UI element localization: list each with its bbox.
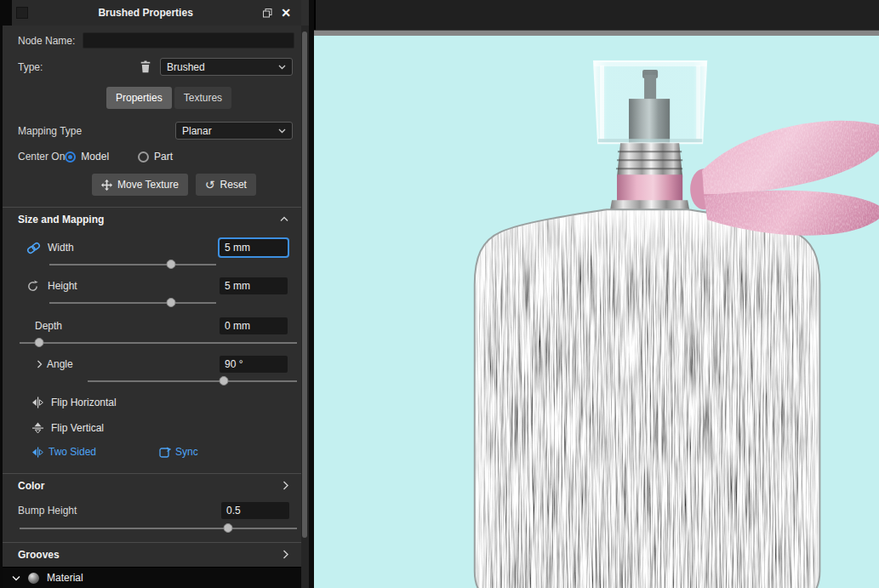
pink-neck-band: [617, 174, 682, 201]
type-row: Type: Brushed: [3, 58, 301, 76]
node-name-label: Node Name:: [18, 35, 75, 47]
bump-height-slider-handle[interactable]: [223, 523, 232, 533]
color-title: Color: [18, 480, 283, 492]
rotate-sync-icon[interactable]: [26, 280, 43, 293]
viewport-header-strip: [314, 30, 879, 36]
sync-label: Sync: [175, 446, 198, 458]
mapping-type-value: Planar: [182, 125, 212, 137]
width-slider-handle[interactable]: [167, 260, 176, 269]
reset-icon: ↺: [205, 179, 215, 191]
node-name-row: Node Name:: [3, 32, 301, 49]
close-icon[interactable]: ✕: [281, 7, 291, 19]
height-slider[interactable]: [49, 296, 216, 309]
center-on-label: Center On: [18, 151, 65, 163]
glass-cap: [594, 61, 706, 143]
viewport-canvas[interactable]: [314, 36, 879, 588]
panel-titlebar[interactable]: Brushed Properties ✕: [3, 0, 301, 26]
depth-param: Depth 0 mm: [3, 316, 301, 349]
move-texture-button[interactable]: Move Texture: [92, 174, 188, 196]
radio-part-label[interactable]: Part: [154, 151, 173, 163]
bump-height-param: Bump Height 0.5: [3, 501, 301, 534]
chevron-right-icon: [283, 481, 288, 490]
link-width-height-icon[interactable]: [26, 242, 43, 254]
section-size-and-mapping[interactable]: Size and Mapping: [3, 207, 301, 231]
height-input[interactable]: 5 mm: [220, 277, 288, 294]
tab-textures[interactable]: Textures: [174, 87, 231, 109]
bump-height-slider[interactable]: [20, 522, 297, 534]
reset-label: Reset: [220, 179, 247, 191]
bottle-body: [471, 204, 825, 588]
panel-content: Brushed Properties ✕ Node Name: Type: Br…: [3, 0, 301, 588]
material-section-bar[interactable]: Material: [3, 567, 301, 588]
move-icon: [101, 180, 112, 191]
bump-height-label: Bump Height: [18, 505, 77, 517]
radio-part[interactable]: [138, 151, 149, 163]
chevron-down-icon: [278, 128, 286, 134]
panel-title: Brushed Properties: [28, 7, 263, 19]
flip-vertical-icon: [31, 422, 44, 434]
height-slider-handle[interactable]: [167, 298, 176, 307]
viewport: [314, 0, 879, 588]
size-and-mapping-title: Size and Mapping: [18, 214, 280, 225]
scrollbar-thumb[interactable]: [302, 31, 307, 538]
section-color[interactable]: Color: [3, 473, 301, 497]
angle-param: Angle 90 °: [3, 354, 301, 387]
depth-slider[interactable]: [20, 336, 297, 349]
tab-properties[interactable]: Properties: [106, 87, 172, 109]
two-sided-button[interactable]: Two Sided: [31, 446, 96, 458]
height-label: Height: [48, 280, 77, 292]
depth-input[interactable]: 0 mm: [220, 317, 288, 334]
move-texture-label: Move Texture: [117, 179, 179, 191]
two-sided-sync-row: Two Sided Sync: [3, 442, 301, 462]
mapping-type-label: Mapping Type: [18, 125, 82, 137]
flip-vertical-label: Flip Vertical: [51, 422, 104, 434]
width-label: Width: [48, 242, 74, 254]
two-sided-icon: [31, 447, 44, 458]
radio-model[interactable]: [65, 151, 76, 163]
flip-horizontal-icon: [31, 397, 44, 408]
chevron-right-icon: [283, 550, 288, 559]
chevron-down-icon: [12, 575, 20, 581]
chevron-down-icon: [278, 65, 286, 70]
width-input[interactable]: 5 mm: [220, 239, 288, 256]
flip-horizontal-button[interactable]: Flip Horizontal: [3, 391, 301, 413]
width-param: Width 5 mm: [3, 237, 301, 271]
section-grooves[interactable]: Grooves: [3, 542, 301, 566]
angle-expand-chevron-icon[interactable]: [37, 360, 43, 368]
mapping-type-dropdown[interactable]: Planar: [175, 122, 293, 140]
reset-button[interactable]: ↺ Reset: [196, 174, 256, 196]
bump-height-input[interactable]: 0.5: [221, 502, 289, 519]
angle-label: Angle: [47, 358, 73, 370]
two-sided-label: Two Sided: [49, 446, 96, 458]
neck-rings: [616, 143, 682, 177]
radio-model-label[interactable]: Model: [81, 151, 109, 163]
flip-horizontal-label: Flip Horizontal: [51, 397, 117, 408]
grooves-title: Grooves: [18, 549, 283, 561]
mapping-type-row: Mapping Type Planar: [3, 122, 301, 140]
brushed-properties-panel: Brushed Properties ✕ Node Name: Type: Br…: [0, 0, 309, 588]
depth-slider-handle[interactable]: [34, 338, 43, 347]
type-dropdown-value: Brushed: [167, 61, 205, 73]
float-window-icon[interactable]: [263, 9, 272, 18]
angle-input[interactable]: 90 °: [220, 356, 288, 373]
type-label: Type:: [18, 61, 43, 73]
sync-button[interactable]: Sync: [159, 446, 198, 458]
titlebar-corner-block: [3, 0, 12, 26]
node-name-input[interactable]: [83, 32, 294, 49]
chevron-up-icon: [280, 216, 288, 222]
material-label: Material: [47, 572, 83, 584]
width-slider[interactable]: [49, 258, 216, 271]
center-on-row: Center On Model Part: [3, 151, 301, 163]
depth-label: Depth: [35, 320, 62, 332]
texture-actions-row: Move Texture ↺ Reset: [3, 174, 301, 196]
panel-scrollbar[interactable]: [301, 26, 309, 588]
type-dropdown[interactable]: Brushed: [160, 58, 293, 76]
sync-icon: [159, 447, 171, 458]
angle-slider-handle[interactable]: [219, 376, 228, 385]
angle-slider[interactable]: [88, 374, 297, 387]
panel-dock-icon: [16, 7, 28, 19]
flip-vertical-button[interactable]: Flip Vertical: [3, 417, 301, 438]
delete-icon[interactable]: [140, 60, 151, 73]
material-sphere-icon: [28, 573, 39, 584]
viewport-toolbar: [314, 0, 879, 30]
